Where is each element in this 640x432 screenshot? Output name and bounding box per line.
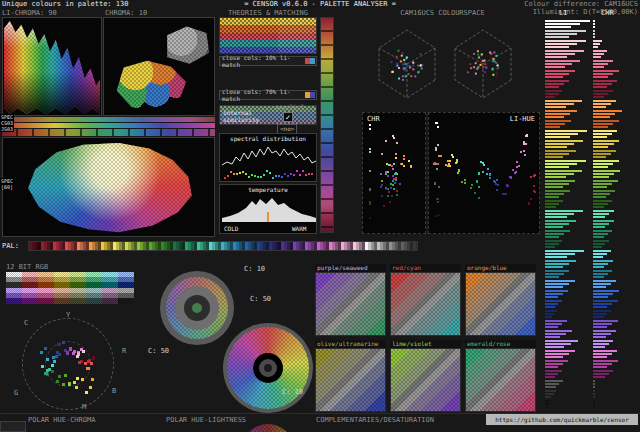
colour-dot — [387, 171, 389, 173]
colour-dot — [56, 380, 59, 383]
colour-dot — [530, 198, 532, 200]
rgb12-swatch[interactable] — [86, 288, 102, 304]
hue-letter-b: B — [112, 388, 116, 395]
comp-panel: lime/violet — [390, 340, 461, 412]
colour-dot — [461, 181, 463, 183]
spectral-dots — [222, 170, 316, 180]
colour-dot — [388, 164, 390, 166]
comp-panel-swatch[interactable] — [465, 348, 536, 412]
github-link[interactable]: https://github.com/quickmarble/censor — [486, 414, 638, 425]
colour-dot — [92, 356, 95, 359]
colour-dot — [388, 191, 390, 193]
colour-dot — [534, 191, 536, 193]
rgb12-swatch[interactable] — [38, 288, 54, 304]
colour-dot — [403, 158, 405, 160]
cubes-svg — [345, 18, 540, 110]
colour-dot — [483, 164, 485, 166]
rgb12-swatch[interactable] — [70, 272, 86, 288]
colour-dot — [275, 175, 277, 177]
hue-letter-m: M — [82, 404, 86, 411]
rgb12-swatch[interactable] — [70, 288, 86, 304]
comp-panel-swatch[interactable] — [390, 348, 461, 412]
palette-bar-row — [545, 299, 638, 309]
colour-dot — [476, 181, 478, 183]
colour-dot — [369, 128, 371, 130]
rgb12-swatch[interactable] — [118, 272, 134, 288]
rgb12-swatch[interactable] — [22, 288, 38, 304]
colour-dot — [437, 201, 439, 203]
comp-panel: red/cyan — [390, 264, 461, 336]
colour-dot — [281, 176, 283, 178]
rgb12-swatch[interactable] — [38, 272, 54, 288]
colour-dot — [523, 141, 525, 143]
colour-dot — [269, 172, 271, 174]
comp-panel-swatch[interactable] — [315, 272, 386, 336]
checkmark-icon: ✓ — [286, 113, 291, 122]
colour-dot — [435, 149, 437, 151]
rgb12-swatch[interactable] — [54, 288, 70, 304]
colour-dot — [369, 188, 371, 190]
colour-dot — [381, 153, 383, 155]
colour-dot — [445, 164, 447, 166]
chroma-blob-panel — [103, 17, 215, 116]
close-cols-bar-2[interactable]: close cols: 70% li-match — [219, 90, 317, 100]
colour-dot — [393, 188, 395, 190]
comp-panel-swatch[interactable] — [315, 348, 386, 412]
colour-dot — [239, 172, 241, 174]
colour-dot — [369, 148, 371, 150]
colour-dot — [40, 351, 43, 354]
colour-dot — [51, 364, 54, 367]
palette-bar-row — [545, 69, 638, 79]
colour-dot — [278, 175, 280, 177]
colour-dot — [254, 175, 256, 177]
rgb12-swatch[interactable] — [86, 272, 102, 288]
colour-dot — [449, 160, 451, 162]
rgb12-swatch[interactable] — [102, 288, 118, 304]
colour-dot — [449, 165, 451, 167]
palette-bar-row — [545, 279, 638, 289]
colour-dot — [369, 170, 371, 172]
colour-dot — [248, 176, 250, 178]
comp-panel: purple/seaweed — [315, 264, 386, 336]
colour-dot — [502, 193, 504, 195]
colour-dot — [287, 175, 289, 177]
palette-bar-row — [545, 129, 638, 139]
colour-dot — [73, 381, 76, 384]
rgb12-swatch[interactable] — [6, 288, 22, 304]
hue-letter-y: Y — [66, 312, 70, 319]
colour-dot — [474, 192, 476, 194]
colour-dot — [523, 150, 525, 152]
colour-dot — [534, 174, 536, 176]
spec-strip-2 — [2, 123, 215, 128]
rgb12-swatch[interactable] — [102, 272, 118, 288]
comp-panel-swatch[interactable] — [390, 272, 461, 336]
rgb12-swatch[interactable] — [54, 272, 70, 288]
wheel-label-c50-left: C: 50 — [148, 347, 169, 355]
comp-panel-swatch[interactable] — [465, 272, 536, 336]
polar-hue-chroma-caption: POLAR HUE-CHROMA — [28, 416, 95, 424]
colour-dot — [394, 182, 396, 184]
temperature-title: temperature — [220, 186, 316, 193]
match-swatch-1 — [305, 58, 315, 64]
colour-dot — [516, 161, 518, 163]
temperature-curve — [222, 196, 316, 222]
acyclic-checkbox[interactable]: ✓ — [283, 112, 293, 122]
colour-dot — [305, 174, 307, 176]
colour-dot — [533, 185, 535, 187]
hue-letter-c: C — [24, 320, 28, 327]
colour-dot — [510, 177, 512, 179]
sorted-bars-panel: LI CHR — [545, 9, 638, 415]
palette-bar-row — [545, 109, 638, 119]
colour-dot — [437, 198, 439, 200]
palette-swatch[interactable] — [416, 242, 418, 250]
close-cols-bar-1[interactable]: close cols: 10% li-match — [219, 56, 317, 66]
colour-dot — [75, 386, 78, 389]
colour-dot — [395, 153, 397, 155]
palette-bar-row — [545, 169, 638, 179]
rgb12-swatch[interactable] — [6, 272, 22, 288]
rgb12-swatch[interactable] — [22, 272, 38, 288]
palette-bar-row — [545, 289, 638, 299]
palette-bar-row — [545, 49, 638, 59]
rgb12-swatch[interactable] — [118, 288, 134, 304]
colour-dot — [399, 183, 401, 185]
